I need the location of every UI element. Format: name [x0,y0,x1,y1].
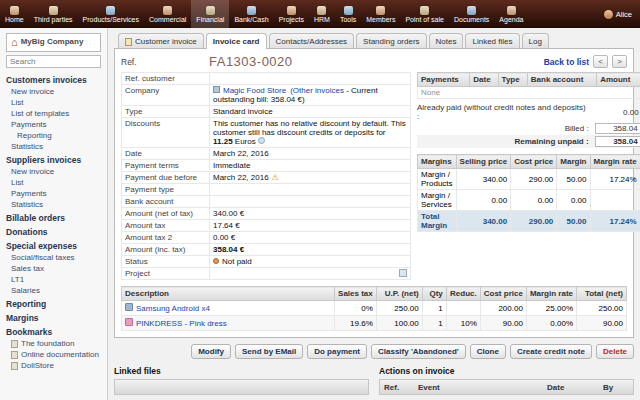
other-invoices-link[interactable]: (Other invoices [290,86,344,95]
lines-header[interactable]: Sales tax [335,287,377,301]
lines-header[interactable]: Margin rate [526,287,576,301]
sidebar-item-statistics[interactable]: Statistics [0,141,107,152]
payments-header[interactable]: Date [470,73,498,87]
sidebar-item-reporting[interactable]: Reporting [0,130,107,141]
payments-header[interactable]: Payments [418,73,470,87]
lines-header[interactable]: Cost price [480,287,526,301]
project-edit-icon[interactable] [399,269,407,277]
commercial-icon [163,6,172,15]
user-menu[interactable]: Alice [596,0,640,28]
sidebar-item-supplier-statistics[interactable]: Statistics [0,199,107,210]
margins-cell: 290.00 [511,211,557,232]
discount-info-icon[interactable] [258,137,265,144]
payments-header[interactable]: Type [498,73,527,87]
payments-header[interactable]: Bank account [527,73,596,87]
tab-customer-invoice[interactable]: Customer invoice [118,33,204,48]
bookmark-dolistore[interactable]: DoliStore [0,360,107,371]
sidebar-item-payments[interactable]: Payments [0,119,107,130]
invoice-line-row[interactable]: PINKDRESS - Pink dress 19.6% 100.00 1 10… [122,316,627,331]
tab-log[interactable]: Log [522,33,549,48]
margins-header[interactable]: Margin rate [590,155,640,169]
tab-standing-orders[interactable]: Standing orders [356,33,426,48]
sidebar-section-margins[interactable]: Margins [0,310,107,324]
sidebar-item-supplier-new-invoice[interactable]: New invoice [0,166,107,177]
menu-hrm[interactable]: HRM [309,0,335,28]
menu-financial[interactable]: Financial [191,0,229,28]
sidebar-item-supplier-payments[interactable]: Payments [0,188,107,199]
menu-home[interactable]: Home [0,0,29,28]
do-payment-button[interactable]: Do payment [307,344,367,359]
actions-header-by[interactable]: By [599,383,633,392]
menu-projects[interactable]: Projects [274,0,309,28]
search-input[interactable] [6,55,101,68]
menu-documents[interactable]: Documents [449,0,494,28]
actions-header-event[interactable]: Event [414,383,543,392]
next-page-button[interactable]: > [612,55,627,68]
line-total: 250.00 [577,301,627,316]
prev-page-button[interactable]: < [593,55,608,68]
lines-header[interactable]: Total (net) [577,287,627,301]
lines-header[interactable]: Description [122,287,335,301]
classify-abandoned-button[interactable]: Classify 'Abandoned' [371,344,466,359]
actions-table-header: Ref. Event Date By [379,379,634,395]
sidebar-item-social-fiscal-taxes[interactable]: Social/fiscal taxes [0,252,107,263]
invoice-line-row[interactable]: Samsung Android x4 0% 250.00 1 200.00 25… [122,301,627,316]
margins-header[interactable]: Cost price [511,155,557,169]
sidebar-section-donations[interactable]: Donations [0,224,107,238]
payments-header[interactable]: Amount [597,73,640,87]
sidebar-section-billable-orders[interactable]: Billable orders [0,210,107,224]
sidebar-section-suppliers-invoices[interactable]: Suppliers invoices [0,152,107,166]
bookmark-the-foundation[interactable]: The foundation [0,338,107,349]
create-credit-note-button[interactable]: Create credit note [510,344,592,359]
billed-label: Billed : [565,124,589,133]
product-link[interactable]: PINKDRESS - Pink dress [136,319,227,328]
field-label: Payment type [122,184,210,196]
actions-header-ref[interactable]: Ref. [380,383,414,392]
margins-header[interactable]: Selling price [456,155,511,169]
product-link[interactable]: Samsung Android x4 [136,304,210,313]
modify-button[interactable]: Modify [191,344,231,359]
sidebar-item-list[interactable]: List [0,97,107,108]
sidebar-item-sales-tax[interactable]: Sales tax [0,263,107,274]
sidebar-item-supplier-list[interactable]: List [0,177,107,188]
sidebar-item-list-of-templates[interactable]: List of templates [0,108,107,119]
menu-point-of-sale[interactable]: Point of sale [400,0,449,28]
sidebar-section-special-expenses[interactable]: Special expenses [0,238,107,252]
lines-header[interactable]: U.P. (net) [376,287,422,301]
bookmark-online-documentation[interactable]: Online documentation [0,349,107,360]
actions-header-date[interactable]: Date [543,383,599,392]
margins-header[interactable]: Margins [418,155,457,169]
sidebar-item-lt1[interactable]: LT1 [0,274,107,285]
lines-header[interactable]: Qty [422,287,446,301]
company-logo[interactable]: ⌂ MyBig Company [6,33,101,52]
menu-agenda[interactable]: Agenda [494,0,528,28]
menu-bank-cash[interactable]: Bank/Cash [229,0,273,28]
menu-commercial[interactable]: Commercial [144,0,191,28]
sidebar-section-customers-invoices[interactable]: Customers invoices [0,72,107,86]
menu-members[interactable]: Members [361,0,400,28]
clone-button[interactable]: Clone [470,344,506,359]
back-to-list-link[interactable]: Back to list [544,57,589,67]
invoice-card: Ref. FA1303-0020 Back to list < > Ref. c… [114,48,634,338]
lines-header[interactable]: Reduc. [446,287,480,301]
menu-third-parties[interactable]: Third parties [29,0,78,28]
sidebar-item-salaries[interactable]: Salaries [0,285,107,296]
sidebar-section-bookmarks[interactable]: Bookmarks [0,324,107,338]
menu-tools[interactable]: Tools [335,0,361,28]
sidebar-section-reporting[interactable]: Reporting [0,296,107,310]
tab-contacts-addresses[interactable]: Contacts/Addresses [269,33,355,48]
tab-invoice-card[interactable]: Invoice card [206,33,267,49]
margins-header[interactable]: Margin [557,155,590,169]
tab-notes[interactable]: Notes [429,33,464,48]
menu-label: Commercial [149,16,186,23]
tab-linked-files[interactable]: Linked files [465,33,519,48]
field-row-bank-account: Bank account [122,196,411,208]
menu-label: Financial [196,16,224,23]
menu-products-services[interactable]: Products/Services [78,0,144,28]
field-value: Immediate [210,160,411,172]
sidebar-item-new-invoice[interactable]: New invoice [0,86,107,97]
company-link[interactable]: Magic Food Store [223,86,286,95]
send-by-email-button[interactable]: Send by EMail [235,344,303,359]
delete-button[interactable]: Delete [596,344,634,359]
field-row-discounts: Discounts This customer has no relative … [122,118,411,148]
